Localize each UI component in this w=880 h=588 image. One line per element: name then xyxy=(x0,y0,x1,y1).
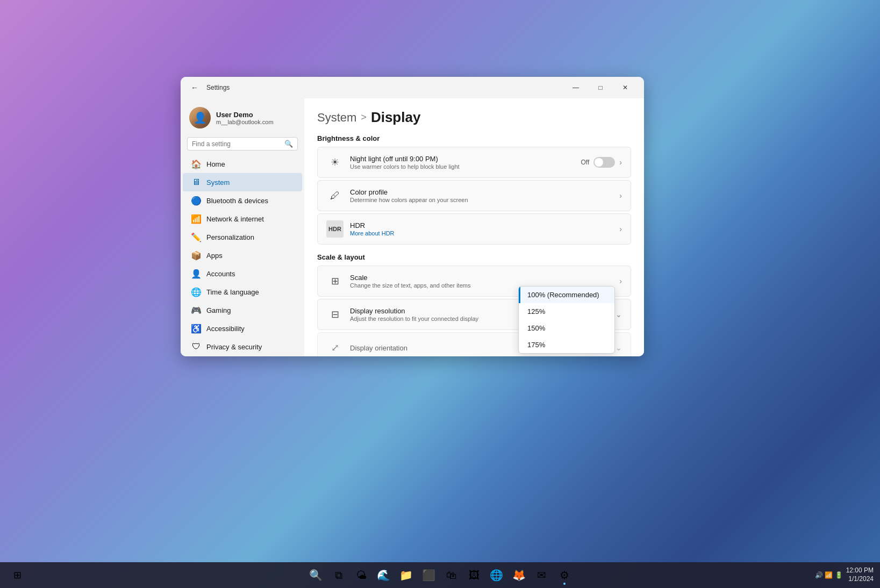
back-button[interactable]: ← xyxy=(187,80,202,95)
resolution-right: ⌄ xyxy=(616,310,622,319)
resolution-icon: ⊟ xyxy=(326,306,344,323)
start-button[interactable]: ⊞ xyxy=(6,564,28,586)
night-light-card[interactable]: ☀ Night light (off until 9:00 PM) Use wa… xyxy=(317,147,631,178)
hdr-card[interactable]: HDR HDR More about HDR › xyxy=(317,213,631,245)
sidebar-item-accounts-label: Accounts xyxy=(206,270,235,278)
sidebar-item-bluetooth[interactable]: 🔵 Bluetooth & devices xyxy=(183,191,302,210)
color-profile-title: Color profile xyxy=(350,188,619,196)
color-profile-text: Color profile Determine how colors appea… xyxy=(350,188,619,203)
hdr-subtitle[interactable]: More about HDR xyxy=(350,230,619,236)
sidebar-item-accounts[interactable]: 👤 Accounts xyxy=(183,264,302,283)
hdr-icon: HDR xyxy=(326,220,344,238)
scale-option-125[interactable]: 125% xyxy=(519,303,614,320)
scale-layout-section: Scale & layout ⊞ Scale Change the size o… xyxy=(317,253,631,356)
hdr-right: › xyxy=(619,225,622,233)
minimize-button[interactable]: — xyxy=(563,79,588,96)
search-box[interactable]: 🔍 xyxy=(187,137,298,150)
scale-layout-heading: Scale & layout xyxy=(317,253,631,261)
system-tray: 🔊 📶 🔋 12:00 PM 1/1/2024 xyxy=(815,567,874,583)
taskbar-mail[interactable]: ✉ xyxy=(531,564,553,586)
color-profile-right: › xyxy=(619,191,622,200)
brightness-color-heading: Brightness & color xyxy=(317,134,631,142)
window-controls: — □ ✕ xyxy=(563,79,638,96)
sidebar-item-privacy[interactable]: 🛡 Privacy & security xyxy=(183,338,302,356)
sidebar-item-network-label: Network & internet xyxy=(206,215,264,223)
title-bar: ← Settings — □ ✕ xyxy=(181,77,644,98)
taskbar-edge[interactable]: 🌊 xyxy=(373,564,395,586)
user-profile[interactable]: 👤 User Demo m__lab@outlook.com xyxy=(181,103,304,137)
breadcrumb-separator: > xyxy=(361,112,367,123)
tray-date: 1/1/2024 xyxy=(846,575,874,584)
taskbar-taskview[interactable]: ⧉ xyxy=(328,564,349,586)
user-info: User Demo m__lab@outlook.com xyxy=(216,111,274,125)
taskbar-chrome[interactable]: 🌐 xyxy=(486,564,507,586)
scale-option-100[interactable]: 100% (Recommended) xyxy=(519,286,614,303)
scale-option-150[interactable]: 150% xyxy=(519,320,614,336)
window-title: Settings xyxy=(206,84,230,91)
sidebar-item-home[interactable]: 🏠 Home xyxy=(183,155,302,173)
search-input[interactable] xyxy=(192,140,281,148)
taskbar-firefox[interactable]: 🦊 xyxy=(509,564,530,586)
taskbar-right: 🔊 📶 🔋 12:00 PM 1/1/2024 xyxy=(815,567,874,583)
scale-option-175[interactable]: 175% xyxy=(519,336,614,353)
breadcrumb: System > Display xyxy=(317,109,631,126)
night-light-toggle[interactable] xyxy=(593,157,615,168)
scale-icon: ⊞ xyxy=(326,273,344,290)
sidebar-item-accessibility[interactable]: ♿ Accessibility xyxy=(183,319,302,338)
sidebar-item-apps-label: Apps xyxy=(206,252,223,260)
taskbar-left: ⊞ xyxy=(6,564,28,586)
personalization-icon: ✏️ xyxy=(191,232,201,242)
sidebar-item-system[interactable]: 🖥 System xyxy=(183,173,302,191)
scale-right: › xyxy=(619,277,622,285)
taskbar-store[interactable]: 🛍 xyxy=(441,564,462,586)
accessibility-icon: ♿ xyxy=(191,324,201,333)
breadcrumb-parent[interactable]: System xyxy=(317,111,356,125)
sidebar-item-gaming-label: Gaming xyxy=(206,306,231,314)
taskbar-widgets[interactable]: 🌤 xyxy=(350,564,372,586)
desktop: ← Settings — □ ✕ 👤 User Demo m__lab@ xyxy=(0,0,880,588)
color-profile-subtitle: Determine how colors appear on your scre… xyxy=(350,197,619,203)
taskbar-center: 🔍 ⧉ 🌤 🌊 📁 ⬛ 🛍 🖼 🌐 🦊 ✉ ⚙ xyxy=(305,564,575,586)
sidebar-item-privacy-label: Privacy & security xyxy=(206,343,262,351)
system-icon: 🖥 xyxy=(191,177,201,187)
taskbar: ⊞ 🔍 ⧉ 🌤 🌊 📁 ⬛ 🛍 🖼 🌐 🦊 ✉ ⚙ 🔊 📶 🔋 12:00 PM… xyxy=(0,562,880,588)
night-light-icon: ☀ xyxy=(326,154,344,171)
avatar: 👤 xyxy=(189,107,211,128)
sidebar: 👤 User Demo m__lab@outlook.com 🔍 🏠 Home xyxy=(181,98,304,356)
taskbar-settings[interactable]: ⚙ xyxy=(554,564,575,586)
night-light-title: Night light (off until 9:00 PM) xyxy=(350,155,581,163)
scale-dropdown[interactable]: 100% (Recommended) 125% 150% 175% xyxy=(518,286,615,354)
sidebar-item-time[interactable]: 🌐 Time & language xyxy=(183,283,302,301)
sidebar-item-bluetooth-label: Bluetooth & devices xyxy=(206,197,268,205)
taskbar-explorer[interactable]: 📁 xyxy=(396,564,417,586)
privacy-icon: 🛡 xyxy=(191,342,201,352)
maximize-button[interactable]: □ xyxy=(588,79,613,96)
resolution-chevron: ⌄ xyxy=(616,310,622,319)
sidebar-item-apps[interactable]: 📦 Apps xyxy=(183,246,302,264)
close-button[interactable]: ✕ xyxy=(613,79,638,96)
home-icon: 🏠 xyxy=(191,159,201,169)
night-light-chevron: › xyxy=(619,158,622,167)
sidebar-item-gaming[interactable]: 🎮 Gaming xyxy=(183,301,302,319)
accounts-icon: 👤 xyxy=(191,269,201,278)
taskbar-terminal[interactable]: ⬛ xyxy=(418,564,440,586)
avatar-image: 👤 xyxy=(189,107,211,128)
main-content: System > Display Brightness & color ☀ Ni… xyxy=(304,98,644,356)
color-profile-icon: 🖊 xyxy=(326,187,344,204)
scale-title: Scale xyxy=(350,274,619,282)
window-content: 👤 User Demo m__lab@outlook.com 🔍 🏠 Home xyxy=(181,98,644,356)
sidebar-item-personalization[interactable]: ✏️ Personalization xyxy=(183,228,302,246)
taskbar-search[interactable]: 🔍 xyxy=(305,564,327,586)
network-icon: 📶 xyxy=(191,214,201,224)
color-profile-card[interactable]: 🖊 Color profile Determine how colors app… xyxy=(317,180,631,211)
apps-icon: 📦 xyxy=(191,250,201,260)
night-light-toggle-label: Off xyxy=(581,159,590,166)
sidebar-item-accessibility-label: Accessibility xyxy=(206,325,245,333)
color-profile-chevron: › xyxy=(619,191,622,200)
sidebar-item-network[interactable]: 📶 Network & internet xyxy=(183,210,302,228)
sidebar-item-system-label: System xyxy=(206,178,230,187)
orientation-chevron: ⌄ xyxy=(616,343,622,352)
taskbar-photos[interactable]: 🖼 xyxy=(463,564,485,586)
tray-clock: 12:00 PM 1/1/2024 xyxy=(846,567,874,583)
search-icon: 🔍 xyxy=(284,140,293,148)
